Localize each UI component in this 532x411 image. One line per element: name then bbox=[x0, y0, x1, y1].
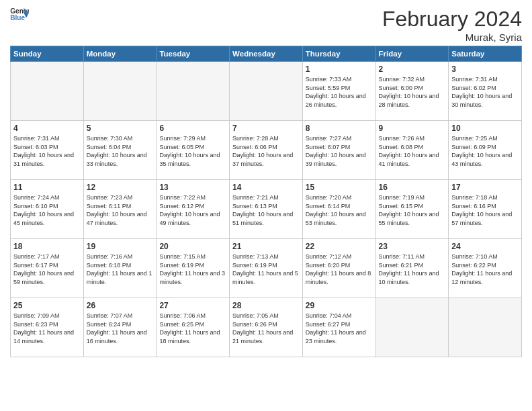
calendar-cell: 21Sunrise: 7:13 AMSunset: 6:19 PMDayligh… bbox=[230, 239, 303, 298]
calendar-cell: 29Sunrise: 7:04 AMSunset: 6:27 PMDayligh… bbox=[302, 298, 375, 357]
calendar-cell: 12Sunrise: 7:23 AMSunset: 6:11 PMDayligh… bbox=[83, 180, 157, 239]
svg-text:Blue: Blue bbox=[10, 14, 25, 21]
day-number: 3 bbox=[451, 64, 519, 74]
calendar-cell bbox=[375, 298, 449, 357]
logo: General Blue bbox=[10, 7, 29, 21]
header-tuesday: Tuesday bbox=[157, 46, 230, 62]
day-number: 23 bbox=[379, 242, 446, 251]
day-number: 16 bbox=[379, 183, 446, 192]
header-thursday: Thursday bbox=[302, 46, 375, 62]
calendar-cell: 9Sunrise: 7:26 AMSunset: 6:08 PMDaylight… bbox=[375, 121, 449, 180]
day-number: 11 bbox=[13, 183, 81, 192]
calendar-cell: 24Sunrise: 7:10 AMSunset: 6:22 PMDayligh… bbox=[449, 239, 522, 298]
day-info: Sunrise: 7:29 AMSunset: 6:05 PMDaylight:… bbox=[159, 134, 226, 168]
calendar-cell: 28Sunrise: 7:05 AMSunset: 6:26 PMDayligh… bbox=[230, 298, 303, 357]
calendar-cell: 10Sunrise: 7:25 AMSunset: 6:09 PMDayligh… bbox=[449, 121, 522, 180]
calendar-cell: 20Sunrise: 7:15 AMSunset: 6:19 PMDayligh… bbox=[157, 239, 230, 298]
day-info: Sunrise: 7:32 AMSunset: 6:00 PMDaylight:… bbox=[379, 75, 446, 109]
calendar-week-2: 4Sunrise: 7:31 AMSunset: 6:03 PMDaylight… bbox=[11, 121, 522, 180]
calendar-cell: 22Sunrise: 7:12 AMSunset: 6:20 PMDayligh… bbox=[302, 239, 375, 298]
day-number: 18 bbox=[13, 242, 81, 251]
day-info: Sunrise: 7:33 AMSunset: 5:59 PMDaylight:… bbox=[306, 75, 373, 109]
calendar-header-row: Sunday Monday Tuesday Wednesday Thursday… bbox=[11, 46, 522, 62]
logo-icon: General Blue bbox=[10, 7, 29, 21]
calendar-cell: 26Sunrise: 7:07 AMSunset: 6:24 PMDayligh… bbox=[83, 298, 157, 357]
calendar-cell: 17Sunrise: 7:18 AMSunset: 6:16 PMDayligh… bbox=[449, 180, 522, 239]
day-number: 9 bbox=[379, 124, 446, 133]
day-info: Sunrise: 7:15 AMSunset: 6:19 PMDaylight:… bbox=[159, 253, 226, 286]
day-number: 2 bbox=[379, 64, 446, 74]
calendar-cell: 14Sunrise: 7:21 AMSunset: 6:13 PMDayligh… bbox=[230, 180, 303, 239]
calendar-cell: 16Sunrise: 7:19 AMSunset: 6:15 PMDayligh… bbox=[375, 180, 449, 239]
day-number: 10 bbox=[451, 124, 519, 133]
calendar-cell bbox=[83, 62, 157, 121]
day-number: 4 bbox=[13, 124, 81, 133]
day-info: Sunrise: 7:22 AMSunset: 6:12 PMDaylight:… bbox=[159, 193, 226, 227]
day-info: Sunrise: 7:26 AMSunset: 6:08 PMDaylight:… bbox=[379, 134, 446, 168]
day-number: 22 bbox=[306, 242, 373, 251]
header-wednesday: Wednesday bbox=[230, 46, 303, 62]
day-info: Sunrise: 7:18 AMSunset: 6:16 PMDaylight:… bbox=[451, 193, 519, 227]
day-info: Sunrise: 7:06 AMSunset: 6:25 PMDaylight:… bbox=[159, 312, 226, 345]
day-number: 14 bbox=[232, 183, 300, 192]
day-number: 29 bbox=[306, 301, 373, 310]
day-info: Sunrise: 7:21 AMSunset: 6:13 PMDaylight:… bbox=[232, 193, 300, 227]
day-info: Sunrise: 7:24 AMSunset: 6:10 PMDaylight:… bbox=[13, 193, 81, 227]
day-number: 8 bbox=[306, 124, 373, 133]
day-number: 17 bbox=[451, 183, 519, 192]
day-number: 27 bbox=[159, 301, 226, 310]
day-info: Sunrise: 7:19 AMSunset: 6:15 PMDaylight:… bbox=[379, 193, 446, 227]
calendar-cell bbox=[157, 62, 230, 121]
day-number: 25 bbox=[13, 301, 81, 310]
day-number: 15 bbox=[306, 183, 373, 192]
calendar-week-1: 1Sunrise: 7:33 AMSunset: 5:59 PMDaylight… bbox=[11, 62, 522, 121]
page-container: General Blue February 2024 Murak, Syria … bbox=[0, 0, 532, 364]
day-info: Sunrise: 7:17 AMSunset: 6:17 PMDaylight:… bbox=[13, 253, 81, 286]
header-saturday: Saturday bbox=[449, 46, 522, 62]
day-number: 1 bbox=[306, 64, 373, 74]
calendar-cell: 11Sunrise: 7:24 AMSunset: 6:10 PMDayligh… bbox=[11, 180, 84, 239]
day-info: Sunrise: 7:11 AMSunset: 6:21 PMDaylight:… bbox=[379, 253, 446, 286]
day-number: 21 bbox=[232, 242, 300, 251]
day-number: 6 bbox=[159, 124, 226, 133]
calendar-cell bbox=[230, 62, 303, 121]
calendar-cell: 23Sunrise: 7:11 AMSunset: 6:21 PMDayligh… bbox=[375, 239, 449, 298]
day-info: Sunrise: 7:12 AMSunset: 6:20 PMDaylight:… bbox=[306, 253, 373, 286]
day-info: Sunrise: 7:10 AMSunset: 6:22 PMDaylight:… bbox=[451, 253, 519, 286]
calendar-cell: 27Sunrise: 7:06 AMSunset: 6:25 PMDayligh… bbox=[157, 298, 230, 357]
calendar-week-4: 18Sunrise: 7:17 AMSunset: 6:17 PMDayligh… bbox=[11, 239, 522, 298]
day-info: Sunrise: 7:25 AMSunset: 6:09 PMDaylight:… bbox=[451, 134, 519, 168]
header-friday: Friday bbox=[375, 46, 449, 62]
calendar-cell: 6Sunrise: 7:29 AMSunset: 6:05 PMDaylight… bbox=[157, 121, 230, 180]
calendar-cell bbox=[449, 298, 522, 357]
day-info: Sunrise: 7:09 AMSunset: 6:23 PMDaylight:… bbox=[13, 312, 81, 345]
calendar-cell: 3Sunrise: 7:31 AMSunset: 6:02 PMDaylight… bbox=[449, 62, 522, 121]
day-info: Sunrise: 7:07 AMSunset: 6:24 PMDaylight:… bbox=[87, 312, 154, 345]
calendar-cell: 2Sunrise: 7:32 AMSunset: 6:00 PMDaylight… bbox=[375, 62, 449, 121]
day-number: 19 bbox=[87, 242, 154, 251]
calendar-cell: 4Sunrise: 7:31 AMSunset: 6:03 PMDaylight… bbox=[11, 121, 84, 180]
calendar-cell: 5Sunrise: 7:30 AMSunset: 6:04 PMDaylight… bbox=[83, 121, 157, 180]
day-info: Sunrise: 7:23 AMSunset: 6:11 PMDaylight:… bbox=[87, 193, 154, 227]
calendar-cell: 8Sunrise: 7:27 AMSunset: 6:07 PMDaylight… bbox=[302, 121, 375, 180]
calendar-cell: 19Sunrise: 7:16 AMSunset: 6:18 PMDayligh… bbox=[83, 239, 157, 298]
calendar-cell: 7Sunrise: 7:28 AMSunset: 6:06 PMDaylight… bbox=[230, 121, 303, 180]
day-info: Sunrise: 7:04 AMSunset: 6:27 PMDaylight:… bbox=[306, 312, 373, 345]
day-number: 5 bbox=[87, 124, 154, 133]
day-info: Sunrise: 7:20 AMSunset: 6:14 PMDaylight:… bbox=[306, 193, 373, 227]
day-info: Sunrise: 7:05 AMSunset: 6:26 PMDaylight:… bbox=[232, 312, 300, 345]
day-number: 20 bbox=[159, 242, 226, 251]
day-number: 12 bbox=[87, 183, 154, 192]
day-info: Sunrise: 7:13 AMSunset: 6:19 PMDaylight:… bbox=[232, 253, 300, 286]
month-title: February 2024 bbox=[382, 7, 522, 32]
day-number: 7 bbox=[232, 124, 300, 133]
day-info: Sunrise: 7:30 AMSunset: 6:04 PMDaylight:… bbox=[87, 134, 154, 168]
day-number: 28 bbox=[232, 301, 300, 310]
calendar-cell: 13Sunrise: 7:22 AMSunset: 6:12 PMDayligh… bbox=[157, 180, 230, 239]
header: General Blue February 2024 Murak, Syria bbox=[10, 7, 522, 43]
day-info: Sunrise: 7:16 AMSunset: 6:18 PMDaylight:… bbox=[87, 253, 154, 286]
day-number: 13 bbox=[159, 183, 226, 192]
calendar-cell: 25Sunrise: 7:09 AMSunset: 6:23 PMDayligh… bbox=[11, 298, 84, 357]
calendar-cell bbox=[11, 62, 84, 121]
calendar-week-5: 25Sunrise: 7:09 AMSunset: 6:23 PMDayligh… bbox=[11, 298, 522, 357]
